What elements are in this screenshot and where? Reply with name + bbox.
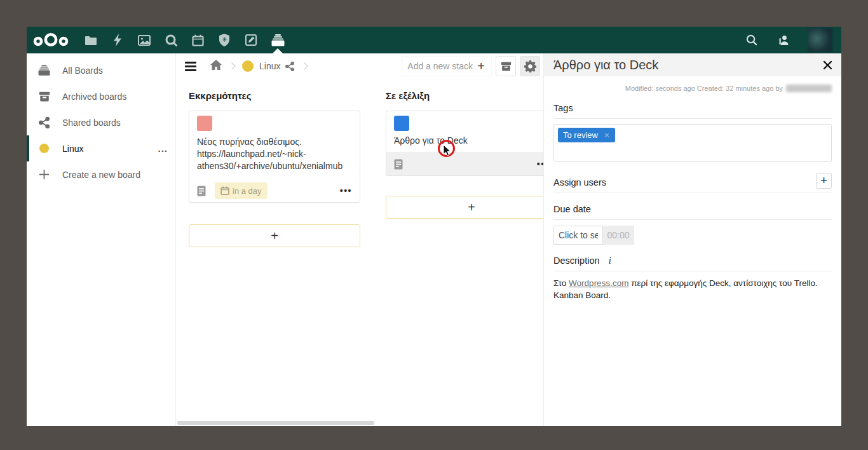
board-settings-gear-button[interactable] [520, 56, 540, 76]
wordpress-link[interactable]: Wordpress.com [569, 278, 628, 288]
board-controls-bar: Linux + [176, 53, 543, 79]
stacks-container: Εκκρεμότητες Νέος πυρήνας διαθέσιμος. ht… [176, 79, 543, 247]
sidebar-item-label: Shared boards [62, 118, 121, 128]
sidebar-item-shared-boards[interactable]: Shared boards [27, 109, 175, 135]
stack-in-progress: Σε εξέλιξη Άρθρο για το Deck ••• + [386, 90, 543, 247]
mouse-cursor-icon [443, 144, 451, 156]
card-meta-line: Modified: seconds ago Created: 32 minute… [553, 85, 832, 92]
add-stack-form: + [402, 56, 492, 76]
breadcrumb-chevron-icon [228, 62, 235, 69]
add-stack-submit-button[interactable]: + [476, 59, 486, 74]
sidebar-item-label: Linux [62, 144, 83, 154]
user-avatar[interactable] [808, 28, 832, 52]
board-main-area: Linux + [176, 53, 543, 426]
add-card-button[interactable]: + [386, 196, 543, 219]
due-time-field[interactable] [603, 226, 634, 245]
files-app-icon[interactable] [78, 27, 104, 53]
board-share-icon[interactable] [285, 62, 294, 71]
horizontal-scrollbar[interactable] [177, 421, 374, 425]
tag-to-review[interactable]: To review ✕ [558, 128, 615, 142]
due-badge-text: in a day [233, 186, 262, 196]
nextcloud-window: ✳ All Boards [27, 27, 841, 426]
assign-user-add-button[interactable]: + [816, 173, 832, 189]
gallery-app-icon[interactable] [131, 27, 158, 53]
archive-icon [38, 90, 50, 102]
due-date-badge[interactable]: in a day [215, 182, 268, 199]
menu-hamburger-icon[interactable] [185, 62, 196, 71]
deck-app-icon[interactable] [264, 27, 291, 53]
sidebar-item-label: Create a new board [62, 170, 140, 180]
stack-title: Εκκρεμότητες [189, 90, 360, 101]
calendar-icon [220, 186, 229, 195]
board-menu-ellipsis-icon[interactable]: ... [158, 143, 168, 154]
stack-title: Σε εξέλιξη [386, 90, 543, 101]
description-text-part: περί της εφαρμογής Deck, αντίστοιχης του… [628, 278, 817, 288]
close-icon[interactable] [823, 60, 832, 70]
notes-app-icon[interactable] [238, 27, 264, 53]
sidebar-item-create-board[interactable]: Create a new board [27, 161, 175, 188]
description-icon [394, 159, 403, 170]
search-icon[interactable] [738, 27, 765, 53]
board-color-dot [242, 60, 254, 72]
topbar-right-actions [738, 27, 832, 53]
sidebar-item-archived-boards[interactable]: Archived boards [27, 83, 175, 109]
card-meta-text: Modified: seconds ago Created: 32 minute… [625, 85, 783, 92]
description-text-part: Στο [553, 278, 569, 288]
due-date-field[interactable] [553, 226, 603, 245]
sidebar-item-label: All Boards [62, 65, 103, 76]
contacts-icon[interactable] [770, 27, 797, 53]
assign-users-label: Assign users [553, 177, 606, 188]
description-text[interactable]: Στο Wordpress.com περί της εφαρμογής Dec… [553, 277, 832, 301]
breadcrumb-board-name[interactable]: Linux [259, 61, 280, 71]
tags-input-box[interactable]: To review ✕ [553, 124, 832, 162]
svg-text:✳: ✳ [221, 36, 227, 43]
nextcloud-logo-icon[interactable] [33, 32, 69, 48]
add-stack-input[interactable] [407, 61, 476, 71]
card-menu-ellipsis-icon[interactable]: ••• [537, 159, 543, 169]
card-new-kernel[interactable]: Νέος πυρήνας διαθέσιμος. https://launchp… [189, 111, 360, 203]
redacted-author-name [786, 85, 832, 92]
sidebar-item-board-linux[interactable]: Linux ... [27, 135, 175, 161]
tag-label: To review [563, 130, 598, 140]
card-deck-article[interactable]: Άρθρο για το Deck ••• [386, 111, 543, 176]
tag-remove-icon[interactable]: ✕ [604, 131, 610, 140]
plus-icon [38, 168, 50, 181]
share-icon [38, 116, 50, 128]
card-badges-row: in a day ••• [189, 179, 360, 202]
sidebar-item-label: Archived boards [62, 92, 126, 102]
sidebar-item-all-boards[interactable]: All Boards [27, 57, 175, 83]
search-app-icon[interactable] [158, 27, 184, 53]
info-icon: i [609, 256, 611, 266]
add-card-button[interactable]: + [189, 224, 360, 247]
passwords-app-icon[interactable]: ✳ [211, 27, 238, 53]
active-app-indicator [273, 48, 283, 53]
deck-icon [38, 64, 50, 76]
top-navigation-bar: ✳ [27, 27, 841, 53]
tags-section-label: Tags [553, 103, 573, 113]
card-badges-row: ••• [386, 152, 543, 175]
card-label-blue[interactable] [394, 116, 409, 131]
description-text-line2: Kanban Board. [553, 290, 611, 300]
card-text[interactable]: Άρθρο για το Deck [394, 135, 543, 146]
breadcrumb-chevron-icon [301, 62, 308, 69]
card-menu-ellipsis-icon[interactable]: ••• [340, 186, 352, 196]
due-date-label: Due date [553, 204, 591, 214]
description-icon [197, 186, 206, 196]
stack-pending: Εκκρεμότητες Νέος πυρήνας διαθέσιμος. ht… [189, 90, 360, 247]
card-details-header: Άρθρο για το Deck [544, 53, 841, 76]
description-label: Description [553, 256, 600, 266]
card-text[interactable]: Νέος πυρήνας διαθέσιμος. https://launchp… [197, 136, 352, 172]
board-color-dot [38, 142, 50, 154]
activity-app-icon[interactable] [104, 27, 131, 53]
show-archived-cards-button[interactable] [496, 56, 516, 76]
home-icon[interactable] [210, 60, 222, 72]
app-sidebar: All Boards Archived boards Shared boards… [27, 53, 176, 426]
card-label-salmon[interactable] [197, 116, 212, 131]
card-details-panel: Άρθρο για το Deck Modified: seconds ago … [543, 53, 841, 426]
calendar-app-icon[interactable] [184, 27, 211, 53]
card-details-title: Άρθρο για το Deck [553, 58, 658, 72]
